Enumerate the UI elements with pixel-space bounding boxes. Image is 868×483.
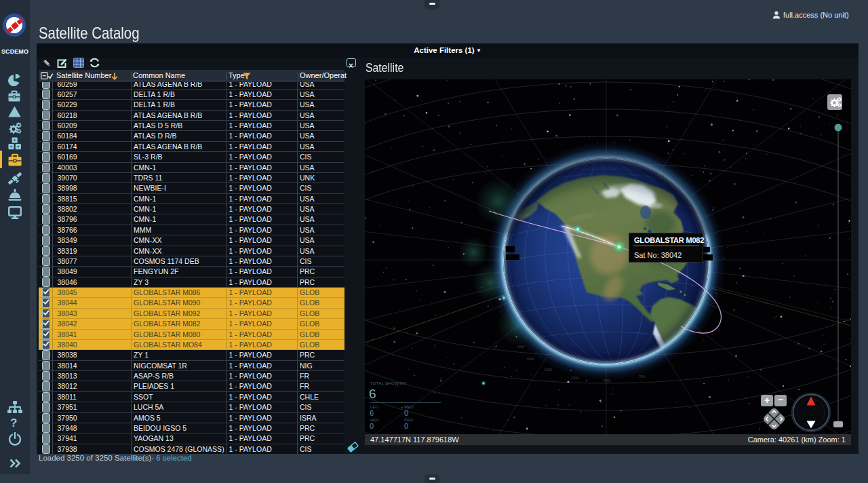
- svg-text:70W: 70W: [639, 375, 646, 379]
- svg-text:160W: 160W: [517, 345, 526, 349]
- svg-text:140W: 140W: [526, 358, 535, 361]
- svg-text:120W: 120W: [544, 368, 553, 372]
- svg-text:90W: 90W: [604, 379, 610, 383]
- svg-text:100W: 100W: [571, 376, 580, 380]
